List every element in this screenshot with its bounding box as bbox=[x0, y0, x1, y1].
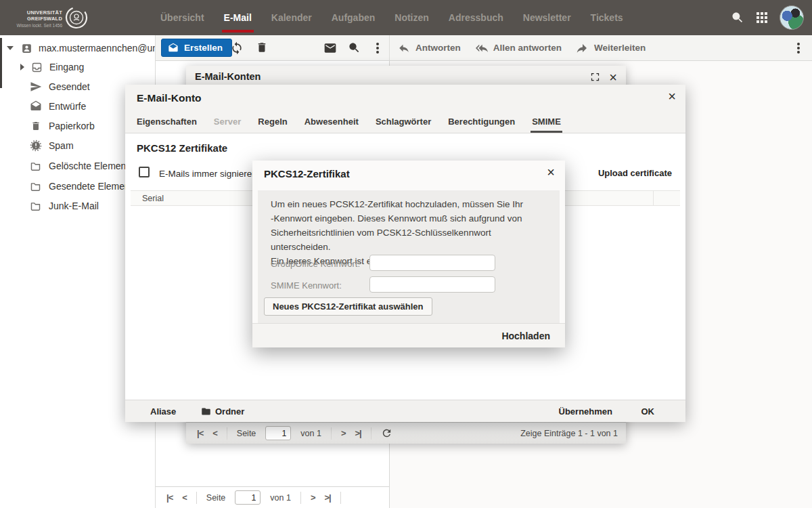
user-avatar[interactable] bbox=[780, 5, 804, 30]
page-of-label: von 1 bbox=[300, 429, 321, 438]
choose-pkcs12-file-button[interactable]: Neues PKCS12-Zertifikat auswählen bbox=[264, 297, 432, 316]
tab-tickets[interactable]: Tickets bbox=[591, 0, 623, 35]
tab-email[interactable]: E-Mail bbox=[224, 0, 252, 35]
trash-icon bbox=[30, 121, 41, 131]
tab-abwesenheit[interactable]: Abwesenheit bbox=[304, 117, 359, 133]
envelope-icon bbox=[168, 43, 179, 54]
aliases-button[interactable]: Aliase bbox=[150, 400, 176, 423]
tab-aufgaben[interactable]: Aufgaben bbox=[332, 0, 376, 35]
apply-button[interactable]: Übernehmen bbox=[559, 400, 612, 423]
tab-newsletter[interactable]: Newsletter bbox=[523, 0, 571, 35]
search-icon[interactable] bbox=[348, 41, 361, 55]
reply-icon bbox=[398, 42, 410, 54]
ok-button[interactable]: OK bbox=[641, 400, 655, 423]
forward-button[interactable]: Weiterleiten bbox=[577, 42, 646, 54]
refresh-icon[interactable] bbox=[230, 41, 244, 55]
caret-down-icon[interactable] bbox=[7, 46, 14, 50]
more-options-icon[interactable] bbox=[371, 41, 384, 55]
smime-password-label: SMIME Kennwort: bbox=[271, 280, 342, 291]
folder-label: Gesendet bbox=[49, 81, 90, 92]
refresh-icon[interactable] bbox=[381, 427, 392, 439]
sidebar-scrollbar-thumb[interactable] bbox=[0, 38, 2, 88]
compose-button[interactable]: Erstellen bbox=[161, 39, 232, 57]
always-sign-checkbox[interactable] bbox=[139, 167, 150, 177]
forward-icon bbox=[577, 42, 589, 54]
page-label: Seite bbox=[206, 493, 226, 503]
groupoffice-password-input[interactable] bbox=[369, 255, 495, 271]
tab-uebersicht[interactable]: Übersicht bbox=[160, 0, 204, 35]
mark-unread-icon[interactable] bbox=[323, 41, 337, 55]
reply-all-button[interactable]: Allen antworten bbox=[476, 42, 562, 54]
account-dialog-tabs: Eigenschaften Server Regeln Abwesenheit … bbox=[137, 117, 561, 133]
previous-page-icon[interactable]: < bbox=[212, 428, 217, 438]
mail-list-pagination: |< < Seite von 1 > >| bbox=[156, 486, 389, 508]
last-page-icon[interactable]: >| bbox=[325, 492, 331, 503]
divider bbox=[196, 492, 197, 504]
account-dialog-header: E-Mail-Konto × Eigenschaften Server Rege… bbox=[125, 85, 685, 133]
groupoffice-password-label: GroupOffice Kennwort: bbox=[271, 259, 360, 269]
first-page-icon[interactable]: |< bbox=[166, 492, 173, 503]
folder-label: Eingang bbox=[49, 62, 84, 72]
reply-button[interactable]: Antworten bbox=[398, 42, 461, 54]
page-label: Seite bbox=[237, 429, 256, 438]
spam-icon bbox=[30, 140, 42, 152]
folder-label: Junk-E-Mail bbox=[49, 200, 99, 211]
serial-column-header[interactable]: Serial bbox=[142, 191, 164, 206]
folder-icon bbox=[201, 406, 211, 417]
previous-page-icon[interactable]: < bbox=[182, 492, 187, 503]
upload-certificate-button[interactable]: Upload certificate bbox=[598, 168, 672, 178]
close-icon[interactable]: × bbox=[547, 165, 555, 179]
tab-schlagwoerter[interactable]: Schlagwörter bbox=[376, 117, 431, 133]
university-logo: UNIVERSITÄT GREIFSWALD Wissen lockt. Sei… bbox=[8, 9, 62, 28]
tab-smime[interactable]: SMIME bbox=[532, 117, 561, 133]
app-tabs: Übersicht E-Mail Kalender Aufgaben Notiz… bbox=[160, 0, 623, 35]
tab-kalender[interactable]: Kalender bbox=[271, 0, 312, 35]
reply-label: Antworten bbox=[415, 43, 461, 53]
page-number-input[interactable] bbox=[235, 490, 261, 505]
upload-submit-button[interactable]: Hochladen bbox=[501, 324, 550, 348]
tab-notizen[interactable]: Notizen bbox=[394, 0, 429, 35]
top-navigation-bar: UNIVERSITÄT GREIFSWALD Wissen lockt. Sei… bbox=[0, 0, 812, 35]
pkcs12-certificate-dialog: PKCS12-Zertifikat × Um ein neues PCSK12-… bbox=[252, 161, 565, 347]
smime-password-input[interactable] bbox=[369, 276, 495, 293]
divider bbox=[371, 427, 371, 440]
folder-label: Spam bbox=[49, 140, 74, 151]
sidebar-account-row[interactable]: max.mustermaennchen@un... bbox=[0, 39, 155, 57]
folder-label: Gelöschte Elemente bbox=[49, 161, 134, 171]
pkcs12-section-title: PKCS12 Zertifikate bbox=[137, 142, 227, 154]
pane-more-options-icon[interactable] bbox=[792, 41, 805, 55]
close-icon[interactable]: × bbox=[609, 70, 617, 84]
delete-icon[interactable] bbox=[256, 41, 269, 55]
topbar-actions bbox=[731, 0, 804, 35]
folders-button[interactable]: Ordner bbox=[215, 400, 244, 423]
close-icon[interactable]: × bbox=[668, 89, 676, 103]
entries-summary: Zeige Einträge 1 - 1 von 1 bbox=[520, 429, 618, 438]
sidebar-item-eingang[interactable]: Eingang bbox=[0, 58, 155, 76]
inbox-icon bbox=[31, 62, 43, 73]
global-search-icon[interactable] bbox=[731, 11, 744, 24]
tab-berechtigungen[interactable]: Berechtigungen bbox=[448, 117, 515, 133]
caret-right-icon[interactable] bbox=[20, 64, 24, 70]
next-page-icon[interactable]: > bbox=[311, 492, 315, 503]
send-icon bbox=[30, 81, 42, 93]
divider bbox=[340, 492, 341, 504]
next-page-icon[interactable]: > bbox=[341, 428, 346, 438]
tab-server[interactable]: Server bbox=[214, 117, 241, 133]
divider bbox=[227, 427, 227, 440]
tab-regeln[interactable]: Regeln bbox=[258, 117, 287, 133]
divider bbox=[331, 427, 332, 440]
divider bbox=[300, 492, 301, 504]
drafts-icon bbox=[30, 100, 42, 112]
reply-all-label: Allen antworten bbox=[493, 43, 562, 53]
apps-grid-icon[interactable] bbox=[756, 12, 768, 24]
first-page-icon[interactable]: |< bbox=[197, 428, 203, 438]
folder-label: Papierkorb bbox=[49, 121, 95, 131]
university-seal-icon bbox=[65, 6, 88, 29]
maximize-icon[interactable] bbox=[590, 72, 600, 82]
tab-adressbuch[interactable]: Adressbuch bbox=[449, 0, 503, 35]
tab-eigenschaften[interactable]: Eigenschaften bbox=[137, 117, 197, 133]
last-page-icon[interactable]: >| bbox=[355, 428, 361, 438]
page-number-input[interactable] bbox=[265, 426, 291, 440]
reply-all-icon bbox=[476, 42, 488, 54]
accounts-pagination: |< < Seite von 1 > >| Zeige Einträge 1 -… bbox=[186, 422, 626, 444]
